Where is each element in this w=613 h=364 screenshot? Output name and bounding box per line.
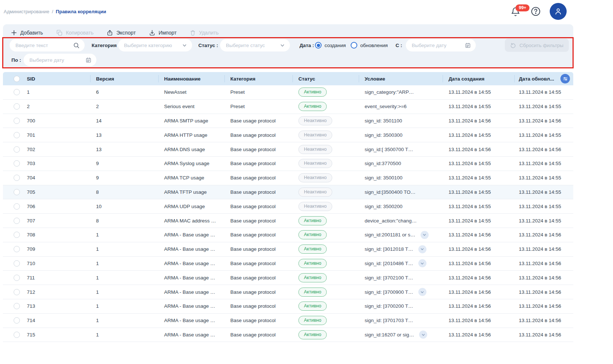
date-from-field[interactable]	[405, 39, 476, 52]
row-select-checkbox[interactable]	[14, 118, 20, 124]
calendar-icon[interactable]	[465, 43, 471, 48]
table-row[interactable]: 22Serious eventPresetАктивноevent_severi…	[3, 100, 573, 114]
row-select-checkbox[interactable]	[14, 332, 20, 338]
calendar-icon[interactable]	[86, 57, 91, 63]
cell-created: 13.11.2024 в 14:55	[443, 132, 514, 138]
row-select-checkbox[interactable]	[14, 246, 20, 252]
row-select-checkbox[interactable]	[14, 89, 20, 95]
table-row[interactable]: 70213ARMA DNS usageBase usage protocolНе…	[3, 142, 573, 157]
copy-button[interactable]: Копировать	[56, 30, 93, 36]
sid-value: 705	[27, 189, 35, 195]
row-select-checkbox[interactable]	[14, 103, 20, 110]
status-select-value[interactable]	[226, 43, 277, 48]
breadcrumb-administration[interactable]: Администрирование	[4, 9, 49, 14]
row-select-checkbox[interactable]	[14, 160, 20, 167]
row-select-checkbox[interactable]	[14, 146, 20, 153]
row-select-checkbox[interactable]	[14, 189, 20, 195]
expand-condition-button[interactable]	[421, 231, 429, 239]
search-icon[interactable]	[73, 42, 79, 49]
table-row[interactable]: 7039ARMA Syslog usageBase usage protocol…	[3, 157, 573, 171]
user-avatar[interactable]	[550, 3, 567, 20]
table-row[interactable]: 7151ARMA - Base usage …Base usage protoc…	[3, 328, 573, 342]
cell-condition: sign_id: [3012018 T…	[359, 245, 443, 253]
row-select-checkbox[interactable]	[14, 303, 20, 309]
cell-updated: 13.11.2024 в 14:56	[514, 289, 573, 295]
table-row[interactable]: 7078ARMA MAC address …Base usage protoco…	[3, 214, 573, 228]
cell-created: 13.11.2024 в 14:55	[443, 218, 514, 224]
row-select-checkbox[interactable]	[14, 132, 20, 138]
cell-version: 1	[90, 275, 158, 281]
table-row[interactable]: 70014ARMA SMTP usageBase usage protocolН…	[3, 114, 573, 128]
trash-icon	[190, 30, 196, 36]
cell-status: Активно	[293, 301, 359, 311]
table-row[interactable]: 7121ARMA - Base usage …Base usage protoc…	[3, 285, 573, 299]
delete-button[interactable]: Удалить	[190, 30, 219, 36]
cell-condition: sign_id:16207 or sig…	[359, 331, 443, 339]
table-row[interactable]: 7101ARMA - Base usage …Base usage protoc…	[3, 257, 573, 271]
chevron-down-icon	[422, 233, 426, 237]
table-row[interactable]: 7131ARMA - Base usage …Base usage protoc…	[3, 299, 573, 314]
radio-date-updated[interactable]: обновления	[351, 39, 388, 52]
table-row[interactable]: 7141ARMA - Base usage …Base usage protoc…	[3, 314, 573, 328]
category-select[interactable]	[118, 39, 192, 52]
cell-condition: sign_id: 3501100	[359, 118, 443, 124]
row-select-checkbox[interactable]	[14, 218, 20, 224]
date-from-input[interactable]	[412, 43, 462, 48]
row-select-checkbox[interactable]	[14, 260, 20, 267]
table-row[interactable]: 7058ARMA TFTP usageBase usage protocolНе…	[3, 185, 573, 200]
sliders-icon	[563, 76, 568, 81]
cell-sid: 710	[3, 260, 90, 267]
table-row[interactable]: 70113ARMA HTTP usageBase usage protocolН…	[3, 128, 573, 142]
cell-updated: 13.11.2024 в 14:55	[514, 104, 573, 109]
table-row[interactable]: 7081ARMA - Base usage …Base usage protoc…	[3, 228, 573, 242]
radio-date-created[interactable]: создания	[315, 39, 346, 52]
row-select-checkbox[interactable]	[14, 203, 20, 210]
chevron-down-icon	[420, 247, 424, 251]
cell-category: Base usage protocol	[224, 318, 293, 323]
select-all-checkbox[interactable]	[14, 76, 20, 82]
expand-condition-button[interactable]	[419, 331, 427, 339]
row-select-checkbox[interactable]	[14, 175, 20, 181]
date-to-input[interactable]	[29, 57, 83, 63]
add-button[interactable]: Добавить	[11, 30, 43, 36]
sid-value: 1	[27, 89, 30, 95]
table-row[interactable]: 7091ARMA - Base usage …Base usage protoc…	[3, 242, 573, 257]
condition-text: sign_id: [3701703 T…	[365, 318, 413, 323]
table-row[interactable]: 16NewAssetPresetАктивноsign_category:"AR…	[3, 85, 573, 100]
reset-filters-button[interactable]: Сбросить фильтры	[505, 39, 569, 52]
row-select-checkbox[interactable]	[14, 289, 20, 295]
help-button[interactable]	[531, 6, 541, 17]
import-button[interactable]: Импорт	[149, 30, 177, 36]
table-row[interactable]: 70610ARMA UDP usageBase usage protocolНе…	[3, 199, 573, 214]
expand-condition-button[interactable]	[418, 259, 426, 267]
cell-name: ARMA - Base usage …	[158, 261, 224, 266]
row-select-checkbox[interactable]	[14, 275, 20, 281]
toolbar-filter-panel: Добавить Копировать Экспорт Импорт Удали…	[3, 24, 573, 68]
copy-icon	[56, 30, 63, 36]
sid-value: 707	[27, 218, 35, 224]
condition-text: sign_id:[3500400 TO…	[365, 189, 415, 195]
chevron-down-icon	[421, 333, 425, 337]
cell-category: Base usage protocol	[224, 246, 293, 252]
cell-name: ARMA HTTP usage	[158, 132, 224, 138]
notifications-button[interactable]: 99+	[511, 6, 522, 17]
export-button[interactable]: Экспорт	[107, 30, 136, 36]
cell-status: Активно	[293, 245, 359, 254]
row-select-checkbox[interactable]	[14, 317, 20, 324]
cell-updated: 13.11.2024 в 14:55	[514, 175, 573, 181]
status-select[interactable]	[220, 39, 290, 52]
cell-status: Активно	[293, 216, 359, 225]
row-select-checkbox[interactable]	[14, 232, 20, 238]
table-row[interactable]: 7111ARMA - Base usage …Base usage protoc…	[3, 271, 573, 285]
status-badge: Активно	[298, 102, 327, 111]
expand-condition-button[interactable]	[418, 288, 426, 296]
table-row[interactable]: 7049ARMA TCP usageBase usage protocolНеа…	[3, 171, 573, 185]
cell-name: ARMA - Base usage …	[158, 232, 224, 238]
search-input[interactable]	[15, 43, 70, 48]
cell-name: ARMA DNS usage	[158, 147, 224, 152]
cell-name: ARMA MAC address …	[158, 218, 224, 224]
category-select-value[interactable]	[124, 43, 179, 48]
expand-condition-button[interactable]	[418, 245, 426, 253]
date-to-field[interactable]	[23, 53, 97, 67]
column-settings-button[interactable]	[560, 74, 570, 83]
